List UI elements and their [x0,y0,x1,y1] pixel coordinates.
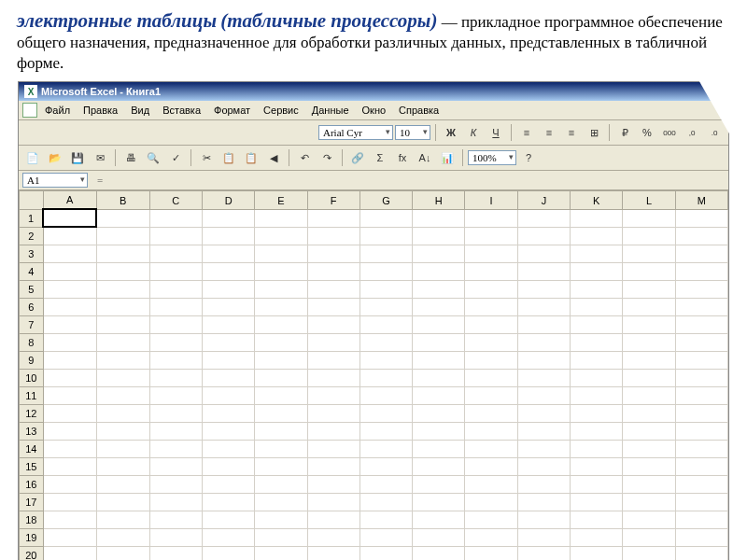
cell[interactable] [675,528,727,546]
cell[interactable] [43,280,96,298]
col-header[interactable]: H [413,191,465,210]
cell[interactable] [255,511,307,528]
cell[interactable] [623,351,675,369]
cell[interactable] [202,493,254,511]
col-header[interactable]: F [307,191,359,210]
redo-icon[interactable]: ↷ [317,147,337,168]
cell[interactable] [413,227,465,245]
cell[interactable] [571,351,623,369]
cell[interactable] [202,422,254,440]
row-header[interactable]: 7 [20,315,44,333]
cell[interactable] [96,386,149,404]
cell[interactable] [149,369,202,386]
cell[interactable] [255,457,307,475]
cell[interactable] [96,245,149,262]
cell[interactable] [43,457,96,475]
cell[interactable] [202,333,254,351]
cell[interactable] [413,546,465,560]
cell[interactable] [255,262,307,280]
col-header[interactable]: E [255,191,307,210]
cell[interactable] [465,404,517,422]
cell[interactable] [307,404,359,422]
cell[interactable] [96,404,149,422]
cell[interactable] [202,227,254,245]
cell[interactable] [517,351,570,369]
cell[interactable] [96,475,149,493]
cell[interactable] [465,351,517,369]
cell[interactable] [517,245,570,262]
cell[interactable] [571,404,623,422]
paste-icon[interactable]: 📋 [241,147,261,168]
cell[interactable] [413,315,465,333]
cell[interactable] [465,209,517,227]
cell[interactable] [675,546,727,560]
cell[interactable] [517,333,570,351]
cell[interactable] [255,245,307,262]
cell[interactable] [413,528,465,546]
cell[interactable] [675,298,727,315]
cell[interactable] [43,511,96,528]
row-header[interactable]: 4 [20,262,44,280]
cell[interactable] [413,386,465,404]
row-header[interactable]: 15 [20,457,44,475]
cell[interactable] [571,262,623,280]
cell[interactable] [359,386,412,404]
cell[interactable] [307,298,359,315]
bold-button[interactable]: Ж [441,122,461,143]
row-header[interactable]: 5 [20,280,44,298]
cell[interactable] [96,315,149,333]
cell[interactable] [96,511,149,528]
cell[interactable] [517,528,570,546]
cell[interactable] [413,493,465,511]
row-header[interactable]: 3 [20,245,44,262]
cell[interactable] [517,511,570,528]
row-header[interactable]: 19 [20,528,44,546]
cell[interactable] [149,298,202,315]
cell[interactable] [149,546,202,560]
cell[interactable] [413,351,465,369]
cell[interactable] [623,528,675,546]
cell[interactable] [675,227,727,245]
col-header[interactable]: D [202,191,254,210]
menu-window[interactable]: Окно [357,103,392,118]
row-header[interactable]: 1 [20,209,44,227]
cell[interactable] [359,315,412,333]
col-header[interactable]: K [571,191,623,210]
cell[interactable] [307,262,359,280]
cell[interactable] [149,227,202,245]
cell[interactable] [96,227,149,245]
select-all-corner[interactable] [20,191,44,210]
cell[interactable] [43,546,96,560]
row-header[interactable]: 6 [20,298,44,315]
cell[interactable] [623,333,675,351]
cell[interactable] [149,457,202,475]
cell[interactable] [675,262,727,280]
cell[interactable] [413,209,465,227]
cell[interactable] [202,315,254,333]
cell[interactable] [255,475,307,493]
cell[interactable] [675,280,727,298]
cell[interactable] [149,422,202,440]
spellcheck-icon[interactable]: ✓ [165,147,186,168]
cell[interactable] [202,262,254,280]
dec-dec-button[interactable]: .0 [704,122,725,143]
cell[interactable] [359,245,412,262]
cell[interactable] [307,475,359,493]
cell[interactable] [465,546,517,560]
cell[interactable] [307,422,359,440]
cell[interactable] [255,351,307,369]
cell[interactable] [623,457,675,475]
cell[interactable] [255,528,307,546]
cell[interactable] [43,262,96,280]
cell[interactable] [43,298,96,315]
cell[interactable] [359,280,412,298]
percent-button[interactable]: % [637,122,657,143]
merge-button[interactable]: ⊞ [584,122,604,143]
chart-icon[interactable]: 📊 [437,147,458,168]
cell[interactable] [623,209,675,227]
cell[interactable] [96,298,149,315]
cell[interactable] [202,457,254,475]
cell[interactable] [623,315,675,333]
cell[interactable] [465,457,517,475]
cell[interactable] [202,546,254,560]
